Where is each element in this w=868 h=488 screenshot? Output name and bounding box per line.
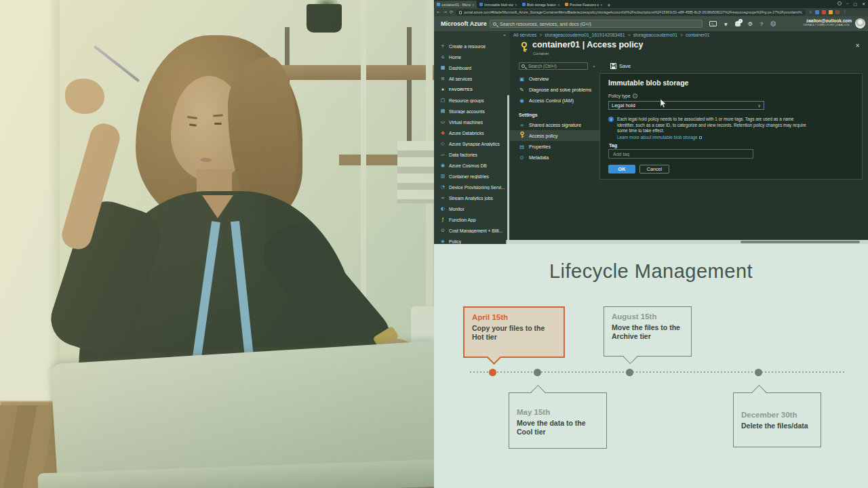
bookmark-star-icon[interactable]: ☆ xyxy=(808,9,812,15)
browser-tab-preview-features[interactable]: Preview Features on Azure Dat × xyxy=(563,1,605,8)
timeline-dot-may xyxy=(534,369,541,376)
callout-text: Move the data to the Cool tier xyxy=(517,419,599,436)
global-search-input[interactable] xyxy=(498,21,699,27)
monitor-icon: ◐ xyxy=(440,206,446,211)
address-bar[interactable]: portal.azure.com/#blade/Microsoft_Azure_… xyxy=(456,9,806,16)
notifications-bell-icon[interactable]: 1 xyxy=(735,21,741,26)
blade-more-icon[interactable]: … xyxy=(636,43,642,49)
breadcrumb-container01[interactable]: container01 xyxy=(686,33,710,37)
account-info[interactable]: zaalion@outlook.com DEFAULT DIRECTORY (Z… xyxy=(804,18,852,26)
tag-label: Tag xyxy=(609,142,617,148)
callout-date: August 15th xyxy=(612,312,684,321)
tab-close-icon[interactable]: × xyxy=(515,3,517,7)
callout-date: December 30th xyxy=(741,411,813,419)
horizontal-scrollbar-thumb[interactable] xyxy=(741,241,860,243)
browser-tab-blob-features[interactable]: Blob storage features available i × xyxy=(520,1,562,8)
sidebar-item-all-services[interactable]: ≡All services xyxy=(434,73,510,84)
blade-menu-collapse-icon[interactable]: « xyxy=(593,64,595,69)
extension-icon[interactable] xyxy=(829,10,833,14)
azure-brand[interactable]: Microsoft Azure xyxy=(441,20,490,27)
browser-tab-container01[interactable]: container01 - Microsoft Azure × xyxy=(435,1,477,8)
sidebar-item-dashboard[interactable]: ▦Dashboard xyxy=(434,62,510,73)
sidebar-item-storage-accounts[interactable]: ▤Storage accounts xyxy=(434,106,510,117)
blade-search-input[interactable] xyxy=(527,63,585,69)
info-icon: i xyxy=(633,94,637,98)
notification-badge: 1 xyxy=(738,19,743,23)
sidebar-item-azure-databricks[interactable]: ◆Azure Databricks xyxy=(434,127,510,138)
new-tab-button[interactable]: + xyxy=(607,3,611,8)
sidebar-item-function-app[interactable]: ƒFunction App xyxy=(434,214,510,225)
sidebar-item-home[interactable]: ⌂Home xyxy=(434,52,510,62)
save-button[interactable]: Save xyxy=(610,63,631,69)
cancel-button[interactable]: Cancel xyxy=(639,165,669,174)
add-tag-field[interactable] xyxy=(612,151,750,157)
sidebar-item-container-registries[interactable]: ▥Container registries xyxy=(434,171,510,182)
ok-button[interactable]: OK xyxy=(608,165,635,174)
feedback-smiley-icon[interactable]: ☺ xyxy=(770,21,776,27)
back-icon[interactable]: ← xyxy=(437,9,440,15)
extension-icon[interactable] xyxy=(815,10,819,14)
sidebar-collapse-icon[interactable]: « xyxy=(503,33,506,38)
docs-favicon xyxy=(479,3,483,6)
slide-title: Lifecycle Management xyxy=(434,260,868,283)
avatar[interactable] xyxy=(855,18,865,28)
sidebar-item-data-factories[interactable]: ▱Data factories xyxy=(434,149,510,160)
browser-menu-icon[interactable]: ⋮ xyxy=(842,9,847,15)
tag-input[interactable] xyxy=(608,149,753,159)
timeline-dot-april xyxy=(489,369,496,376)
blade-area: All services > storageaccoudemo01_161914… xyxy=(510,31,868,240)
settings-gear-icon[interactable]: ⚙ xyxy=(748,21,753,27)
forward-icon[interactable]: → xyxy=(443,9,446,15)
sidebar-item-cosmos-db[interactable]: ◉Azure Cosmos DB xyxy=(434,160,510,171)
menu-item-diagnose[interactable]: ✎Diagnose and solve problems xyxy=(510,84,599,95)
device-provisioning-icon: ◔ xyxy=(440,184,446,190)
browser-tab-immutable-blob[interactable]: Immutable blob storage - Azur × xyxy=(477,1,519,8)
key-icon xyxy=(519,131,525,140)
tab-close-icon[interactable]: × xyxy=(557,3,560,7)
sidebar-item-create-a-resource[interactable]: +Create a resource xyxy=(434,41,510,52)
global-search[interactable] xyxy=(490,20,703,28)
window-close-button[interactable]: ✕ xyxy=(862,1,865,6)
breadcrumb-all-services[interactable]: All services xyxy=(513,33,536,37)
policy-type-dropdown[interactable]: Legal hold ∨ xyxy=(608,101,764,110)
extension-icon[interactable] xyxy=(835,10,840,14)
callout-december: December 30th Delete the files/data xyxy=(733,392,821,447)
breadcrumb-storage-account-long[interactable]: storageaccoudemo01_1619142083481 xyxy=(545,33,625,37)
sidebar-item-device-provisioning[interactable]: ◔Device Provisioning Servi... xyxy=(434,182,510,192)
tab-close-icon[interactable]: × xyxy=(472,3,475,7)
cloud-shell-icon[interactable]: >_ xyxy=(709,21,717,26)
extension-icon[interactable] xyxy=(822,10,826,14)
menu-group-settings: Settings xyxy=(510,110,599,119)
learn-more-link[interactable]: Learn more about immutable blob storage xyxy=(617,135,702,140)
callout-august: August 15th Move the files to the Archiv… xyxy=(604,306,692,357)
blade-search[interactable] xyxy=(519,62,588,70)
menu-item-shared-access-signature[interactable]: ∞Shared access signature xyxy=(510,119,599,130)
window-restore-button[interactable]: ▢ xyxy=(853,1,857,6)
menu-item-metadata[interactable]: ⊙Metadata xyxy=(510,152,599,163)
sidebar-item-virtual-machines[interactable]: ▭Virtual machines xyxy=(434,117,510,127)
photo-hand xyxy=(65,79,104,114)
reload-icon[interactable]: ⟳ xyxy=(450,9,453,15)
sidebar-item-azure-synapse[interactable]: ◇Azure Synapse Analytics xyxy=(434,138,510,149)
menu-item-access-policy[interactable]: Access policy xyxy=(510,130,599,141)
menu-item-overview[interactable]: ▣Overview xyxy=(510,73,599,84)
directory-filter-icon[interactable]: ▼ xyxy=(724,22,728,26)
callout-april: April 15th Copy your files to the Hot ti… xyxy=(463,306,565,358)
tab-close-icon[interactable]: × xyxy=(600,3,603,7)
overview-icon: ▣ xyxy=(519,76,525,82)
menu-item-properties[interactable]: ▤Properties xyxy=(510,141,599,152)
sidebar-item-cost-management[interactable]: ⊙Cost Management + Billi... xyxy=(434,225,510,236)
help-icon[interactable]: ? xyxy=(760,21,763,27)
virtual-machines-icon: ▭ xyxy=(440,119,446,125)
breadcrumb-storage-account[interactable]: storageaccoudemo01 xyxy=(633,33,677,37)
sidebar-item-stream-analytics[interactable]: ≈Stream Analytics jobs xyxy=(434,192,510,203)
blade-close-icon[interactable]: ✕ xyxy=(855,43,860,49)
window-minimize-button[interactable]: – xyxy=(846,1,848,6)
browser-profile-icon[interactable] xyxy=(837,1,842,5)
sidebar-item-monitor[interactable]: ◐Monitor xyxy=(434,203,510,214)
menu-item-access-control-iam[interactable]: ◉Access Control (IAM) xyxy=(510,95,599,106)
sidebar-item-resource-groups[interactable]: ▢Resource groups xyxy=(434,95,510,106)
timeline-dot-december xyxy=(755,369,762,376)
blade-menu: ▣Overview ✎Diagnose and solve problems ◉… xyxy=(510,73,599,163)
sidebar-scrollbar[interactable] xyxy=(507,95,509,243)
